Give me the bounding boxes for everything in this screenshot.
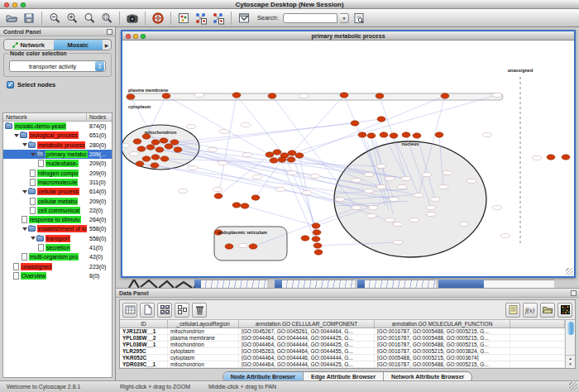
select-nodes-checkbox[interactable]: ✓ bbox=[7, 81, 14, 88]
network-node[interactable] bbox=[295, 153, 304, 158]
network-node[interactable] bbox=[151, 163, 159, 168]
expand-triangle-icon[interactable] bbox=[31, 153, 36, 156]
table-row[interactable]: YDR039C__1mitochondrion[GO:0044464, GO:0… bbox=[120, 361, 565, 368]
network-label-node[interactable] bbox=[364, 189, 374, 193]
network-label-node[interactable] bbox=[352, 205, 361, 209]
network-node[interactable] bbox=[301, 236, 309, 241]
network-node[interactable] bbox=[174, 147, 182, 152]
attribute-editor-notepad-icon[interactable] bbox=[505, 303, 520, 318]
tree-row[interactable]: Overview8(0) bbox=[3, 271, 112, 280]
background-window-fragment[interactable] bbox=[201, 280, 267, 288]
network-label-node[interactable] bbox=[122, 143, 130, 147]
network-label-node[interactable] bbox=[459, 222, 469, 226]
new-attribute-icon[interactable] bbox=[140, 303, 155, 318]
network-node[interactable] bbox=[287, 157, 295, 162]
network-node[interactable] bbox=[133, 139, 141, 144]
network-node[interactable] bbox=[156, 147, 164, 152]
zoom-selected-region-icon[interactable] bbox=[99, 11, 114, 26]
expand-triangle-icon[interactable] bbox=[22, 190, 27, 194]
network-label-node[interactable] bbox=[275, 187, 285, 191]
network-label-node[interactable] bbox=[352, 178, 361, 182]
search-input[interactable] bbox=[283, 13, 337, 23]
network-node[interactable] bbox=[358, 132, 366, 137]
tree-row[interactable]: cellular metabo209(0) bbox=[3, 196, 112, 205]
zoom-out-icon[interactable] bbox=[47, 11, 62, 26]
network-label-node[interactable] bbox=[376, 164, 386, 168]
frame-resize-grip[interactable] bbox=[566, 268, 573, 275]
table-row[interactable]: YLR295Ccytoplasm[GO:0045263, GO:0044464,… bbox=[120, 348, 565, 355]
network-label-node[interactable] bbox=[393, 222, 403, 226]
zoom-button[interactable] bbox=[21, 2, 26, 7]
background-window-fragment[interactable] bbox=[275, 280, 282, 288]
import-attributes-folder-icon[interactable] bbox=[540, 303, 555, 318]
network-label-node[interactable] bbox=[366, 213, 376, 218]
network-node[interactable] bbox=[251, 195, 260, 200]
network-node[interactable] bbox=[351, 121, 359, 126]
network-label-node[interactable] bbox=[252, 174, 262, 179]
network-node[interactable] bbox=[142, 156, 151, 161]
network-label-node[interactable] bbox=[492, 205, 502, 209]
network-label-node[interactable] bbox=[242, 152, 252, 156]
network-node[interactable] bbox=[312, 223, 320, 228]
filter-panel-icon[interactable] bbox=[237, 11, 251, 26]
background-window-fragment[interactable] bbox=[282, 280, 355, 288]
network-label-node[interactable] bbox=[194, 93, 204, 97]
network-label-node[interactable] bbox=[385, 218, 395, 222]
network-label-node[interactable] bbox=[368, 205, 378, 209]
expand-triangle-icon[interactable] bbox=[14, 134, 19, 137]
select-attributes-icon[interactable] bbox=[122, 303, 137, 318]
delete-attribute-trash-icon[interactable] bbox=[192, 303, 207, 318]
expand-triangle-icon[interactable] bbox=[31, 237, 36, 240]
tree-column-network[interactable]: Network bbox=[3, 113, 87, 121]
network-node[interactable] bbox=[162, 93, 170, 98]
network-node[interactable] bbox=[249, 244, 257, 249]
network-node[interactable] bbox=[268, 93, 276, 98]
column-header[interactable]: annotation.GO CELLULAR_COMPONENT bbox=[239, 320, 375, 327]
network-node[interactable] bbox=[151, 140, 160, 145]
network-node[interactable] bbox=[313, 243, 322, 248]
layout-edges-icon[interactable] bbox=[211, 11, 226, 26]
tree-row[interactable]: mosaic-demo-yeast874(0) bbox=[3, 122, 112, 131]
network-label-node[interactable] bbox=[389, 197, 399, 201]
background-window-fragment[interactable] bbox=[365, 280, 436, 288]
network-node[interactable] bbox=[367, 133, 376, 138]
network-node[interactable] bbox=[266, 152, 274, 157]
network-label-node[interactable] bbox=[364, 172, 374, 176]
background-window-fragment[interactable] bbox=[484, 280, 554, 288]
network-node[interactable] bbox=[441, 93, 449, 98]
network-node[interactable] bbox=[377, 117, 385, 122]
network-label-node[interactable] bbox=[287, 170, 297, 174]
network-node[interactable] bbox=[288, 151, 296, 155]
network-label-node[interactable] bbox=[376, 184, 386, 189]
network-node[interactable] bbox=[137, 146, 146, 151]
table-row[interactable]: YPL036W__1mitochondrion[GO:0044464, GO:0… bbox=[120, 342, 565, 348]
snapshot-camera-icon[interactable] bbox=[125, 11, 140, 26]
network-label-node[interactable] bbox=[208, 147, 218, 151]
tree-row[interactable]: cell communicat22(0) bbox=[3, 206, 112, 215]
minimize-button[interactable] bbox=[12, 2, 17, 7]
network-label-node[interactable] bbox=[532, 155, 542, 160]
function-builder-icon[interactable]: f(x) bbox=[523, 303, 538, 318]
network-view-frame[interactable]: primary metabolic process plasma membran… bbox=[121, 30, 576, 278]
tree-row[interactable]: macromolecule311(0) bbox=[3, 178, 112, 187]
network-node[interactable] bbox=[270, 158, 278, 163]
column-header[interactable]: _cellularLayoutRegion bbox=[168, 320, 239, 327]
network-node[interactable] bbox=[278, 157, 286, 162]
tree-row[interactable]: response to stimulu264(0) bbox=[3, 215, 112, 224]
table-row[interactable]: YPL036W__2plasma membrane[GO:0044464, GO… bbox=[120, 335, 565, 342]
network-node[interactable] bbox=[232, 203, 241, 208]
network-label-node[interactable] bbox=[310, 174, 320, 178]
close-button[interactable] bbox=[4, 2, 9, 7]
network-label-node[interactable] bbox=[218, 160, 227, 165]
tree-row[interactable]: secretion41(0) bbox=[3, 243, 112, 252]
network-label-node[interactable] bbox=[335, 197, 345, 201]
network-label-node[interactable] bbox=[482, 132, 492, 136]
scrollbar-thumb[interactable] bbox=[567, 322, 574, 335]
network-label-node[interactable] bbox=[401, 176, 411, 180]
network-label-node[interactable] bbox=[238, 243, 248, 247]
zoom-in-icon[interactable] bbox=[65, 11, 79, 26]
network-label-node[interactable] bbox=[409, 218, 419, 222]
network-label-node[interactable] bbox=[188, 165, 198, 170]
select-all-attributes-icon[interactable] bbox=[157, 303, 172, 318]
network-node[interactable] bbox=[312, 237, 320, 241]
